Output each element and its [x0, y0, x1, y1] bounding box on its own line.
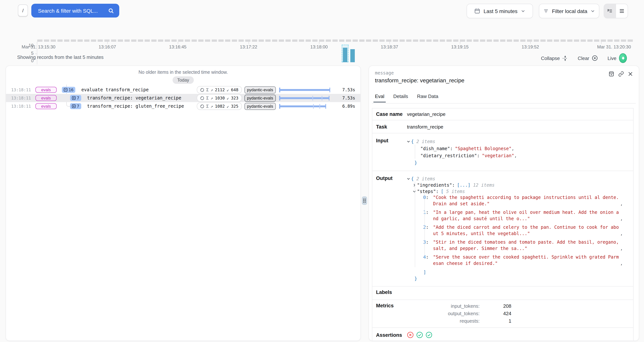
chevron-down-icon	[521, 9, 525, 13]
scope-tag[interactable]: pydantic-evals	[244, 103, 276, 110]
token-usage-badge: Σ ↗1030 ↙323	[197, 94, 242, 102]
comma: ,	[514, 153, 517, 158]
trace-row[interactable]: 13:18:11 evals 7 transform_recipe: glute…	[6, 102, 360, 110]
x-axis-label: 13:19:52	[504, 44, 556, 50]
assertions-row: Assertions	[372, 328, 633, 341]
expand-box-icon	[72, 96, 76, 100]
assertion-pass-icon[interactable]	[426, 332, 432, 338]
close-bracket: ]	[423, 270, 426, 275]
assertion-pass-icon[interactable]	[416, 332, 423, 338]
row-timestamp: 13:18:11	[11, 87, 30, 92]
tree-view-toggle[interactable]	[604, 4, 616, 18]
eval-fields-table: Case name vegetarian_recipe Task transfo…	[372, 108, 634, 341]
span-count-badge[interactable]: 16	[62, 87, 76, 93]
labels-label: Labels	[372, 286, 407, 300]
timeline-chart[interactable]: 10 5 0 Mar 31. 13:15:30 13:16:07 13:16:4…	[0, 20, 644, 51]
live-indicator-icon	[619, 53, 627, 63]
save-view-icon[interactable]	[608, 71, 614, 77]
chevron-down-icon[interactable]	[413, 190, 416, 193]
trace-row-parent[interactable]: 13:18:11 evals 16 evaluate transform_rec…	[6, 86, 360, 94]
close-icon[interactable]	[628, 72, 633, 76]
filter-label: Filter local data	[552, 8, 587, 14]
row-duration: 7.53s	[333, 95, 355, 100]
json-key: steps	[417, 189, 436, 194]
span-count: 16	[68, 87, 74, 92]
trace-rows: 13:18:11 evals 16 evaluate transform_rec…	[6, 86, 360, 110]
comma: ,	[620, 246, 625, 252]
filter-icon	[544, 8, 548, 14]
x-axis-label: 13:19:15	[434, 44, 486, 50]
tab-details[interactable]: Details	[393, 94, 408, 102]
trace-row-selected[interactable]: 13:18:11 evals 7 transform_recipe: veget…	[6, 94, 360, 102]
span-duration-bar	[279, 94, 330, 102]
chevron-down-icon[interactable]	[407, 140, 410, 143]
today-chip[interactable]: Today	[173, 76, 194, 84]
ingredients-collapsed-entry[interactable]: ingredients: [...] 12 items	[407, 182, 625, 188]
metric-name: output_tokens:	[407, 310, 480, 318]
row-message: transform_recipe: vegetarian_recipe	[87, 95, 181, 100]
json-entry: dish_name: Spaghetti Bolognese,	[407, 145, 517, 152]
live-toggle[interactable]: Live	[608, 53, 627, 63]
filter-local-data-dropdown[interactable]: Filter local data	[539, 4, 599, 18]
input-label: Input	[372, 133, 407, 171]
panel-kind-label: message	[375, 70, 394, 76]
row-timestamp: 13:18:11	[11, 96, 30, 100]
collapse-button[interactable]: Collapse	[541, 55, 568, 61]
showing-records-text: Showing records from the last 5 minutes	[17, 54, 104, 60]
view-mode-toggle	[604, 4, 628, 18]
task-value: transform_recipe	[407, 120, 443, 133]
span-count-badge[interactable]: 7	[70, 95, 81, 101]
input-json-tree[interactable]: { 2 items dish_name: Spaghetti Bolognese…	[407, 133, 517, 171]
token-usage-badge: Σ ↗1082 ↙325	[197, 102, 242, 110]
list-view-toggle[interactable]	[616, 4, 628, 18]
coin-icon	[200, 88, 204, 92]
metric-value: 1	[480, 318, 511, 325]
x-axis-tickmark	[530, 42, 531, 44]
x-axis-label: 13:18:00	[293, 44, 345, 50]
step-string-value: Serve the sauce over the cooked spaghett…	[433, 254, 620, 267]
scope-badge[interactable]: evals	[36, 87, 57, 93]
span-count-badge[interactable]: 7	[70, 103, 81, 109]
metric-name: input_tokens:	[407, 302, 480, 310]
colon: :	[426, 210, 428, 215]
slash-shortcut-key: /	[18, 4, 28, 16]
colon: :	[426, 225, 428, 230]
time-range-dropdown[interactable]: Last 5 minutes	[466, 4, 533, 18]
records-panel: No older items in the selected time wind…	[6, 66, 361, 341]
tab-raw-data[interactable]: Raw Data	[417, 94, 438, 102]
colon: :	[426, 240, 428, 245]
app: / Search & filter with SQL... Last 5 min…	[0, 0, 644, 342]
metric-name: requests:	[407, 318, 480, 325]
no-older-items-notice: No older items in the selected time wind…	[6, 70, 360, 75]
comma: ,	[620, 260, 625, 267]
chevron-right-icon[interactable]	[413, 184, 416, 186]
open-brace: {	[411, 139, 414, 144]
labels-row: Labels	[372, 286, 633, 300]
panel-resize-handle[interactable]	[362, 196, 367, 205]
json-key: dish_name	[420, 146, 450, 151]
x-axis-label: Mar 31. 13:15:30	[22, 44, 85, 50]
span-count: 7	[77, 96, 79, 100]
comma: ,	[620, 230, 625, 237]
scope-badge[interactable]: evals	[36, 95, 57, 101]
steps-entry[interactable]: steps: [ 5 items	[407, 188, 625, 194]
input-tokens-count: 1082	[215, 104, 225, 108]
calendar-icon	[474, 8, 480, 14]
json-string-value: vegetarian	[482, 153, 514, 158]
search-button[interactable]: Search & filter with SQL...	[31, 4, 119, 18]
clear-button[interactable]: Clear	[578, 55, 598, 61]
coin-icon	[200, 104, 204, 108]
open-bracket: [	[441, 189, 444, 194]
assertion-fail-icon[interactable]	[407, 332, 414, 338]
copy-link-icon[interactable]	[618, 71, 624, 77]
scope-tag[interactable]: pydantic-evals	[244, 94, 276, 102]
chevron-down-icon[interactable]	[407, 177, 410, 180]
output-json-tree[interactable]: { 2 items ingredients: [...] 12 items	[407, 171, 625, 286]
tab-eval[interactable]: Eval	[375, 94, 384, 102]
x-axis-label: 13:18:37	[363, 44, 416, 50]
scope-badge[interactable]: evals	[36, 103, 57, 109]
collapse-button-label: Collapse	[541, 55, 560, 61]
task-row: Task transform_recipe	[372, 120, 633, 133]
live-toggle-label: Live	[608, 55, 616, 61]
scope-tag[interactable]: pydantic-evals	[244, 86, 276, 93]
